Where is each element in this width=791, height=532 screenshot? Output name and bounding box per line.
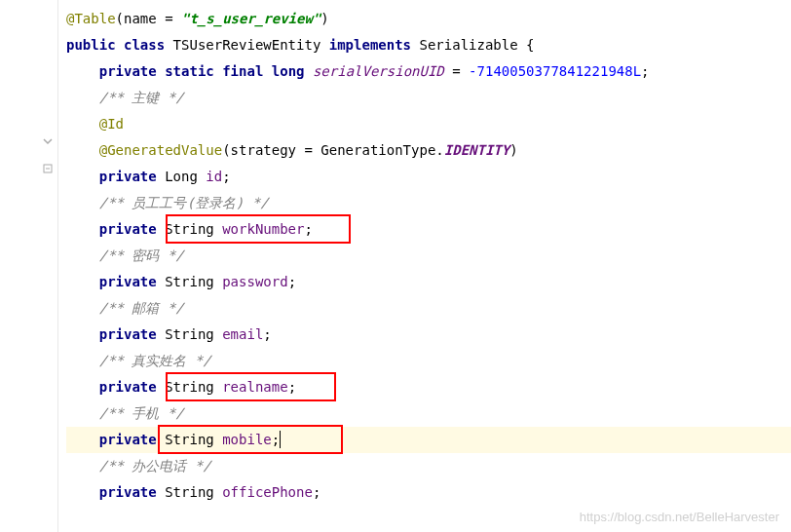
code-line: /** 真实姓名 */ [66,348,791,374]
fold-icon[interactable] [42,136,54,148]
comment: /** 邮箱 */ [99,300,184,316]
type: String [165,326,214,342]
code-line: public class TSUserReviewEntity implemen… [66,32,791,58]
field: serialVersionUID [313,63,444,79]
keyword: final [222,63,263,79]
code-line: private String workNumber; [66,216,791,243]
type: Long [165,169,198,184]
keyword: class [124,37,165,53]
code-line: @GeneratedValue(strategy = GenerationTyp… [66,137,791,164]
code-line: private static final long serialVersionU… [66,58,791,85]
field: email [222,326,263,342]
annotation: @Id [99,116,124,132]
type: String [165,274,214,289]
keyword: private [99,432,157,447]
code-line: /** 手机 */ [66,400,791,427]
attr-name: name [124,11,157,26]
code-line: @Table(name = "t_s_user_review") [66,6,791,32]
keyword: private [99,379,157,395]
keyword: implements [329,37,411,53]
keyword: private [99,484,157,500]
text-cursor [280,431,281,448]
keyword: private [99,221,157,237]
keyword: public [66,37,116,53]
type: String [165,432,214,447]
field: mobile [222,432,272,447]
type: String [165,221,214,237]
attr-name: strategy [231,142,296,158]
code-line: @Id [66,111,791,137]
fold-icon[interactable] [42,163,54,174]
code-line: /** 主键 */ [66,85,791,111]
field: workNumber [222,221,304,237]
code-line: /** 员工工号(登录名) */ [66,190,791,216]
annotation: @Table [66,11,116,26]
class-name: TSUserReviewEntity [173,37,321,53]
annotation: @GeneratedValue [99,142,222,158]
field: id [206,169,222,184]
comment: /** 真实姓名 */ [99,353,211,368]
code-area[interactable]: @Table(name = "t_s_user_review") public … [58,0,791,532]
comment: /** 密码 */ [99,247,184,263]
type: String [165,484,214,500]
code-line: private Long id; [66,164,791,190]
keyword: private [99,274,157,289]
code-line: private String password; [66,269,791,295]
code-line: /** 办公电话 */ [66,453,791,479]
type: Serializable [420,37,518,53]
keyword: private [99,63,157,79]
comment: /** 办公电话 */ [99,458,211,474]
watermark: https://blog.csdn.net/BelleHarvester [580,510,779,524]
string-literal: "t_s_user_review" [181,11,320,26]
type: GenerationType [320,142,435,158]
keyword: private [99,326,157,342]
code-line: /** 密码 */ [66,243,791,269]
keyword: private [99,169,157,184]
code-line: private String officePhone; [66,479,791,506]
field: officePhone [222,484,313,500]
code-line: private String realname; [66,374,791,400]
field: realname [222,379,287,395]
comment: /** 员工工号(登录名) */ [99,195,269,210]
field: password [222,274,287,289]
keyword: static [165,63,214,79]
enum-const: IDENTITY [444,142,509,158]
gutter [0,0,58,532]
comment: /** 主键 */ [99,90,184,105]
code-line: /** 邮箱 */ [66,295,791,322]
code-line-current: private String mobile; [66,427,791,453]
editor-container: @Table(name = "t_s_user_review") public … [0,0,791,532]
keyword: long [272,63,305,79]
code-line: private String email; [66,322,791,348]
type: String [165,379,214,395]
comment: /** 手机 */ [99,405,184,421]
number-literal: -7140050377841221948L [469,63,641,79]
